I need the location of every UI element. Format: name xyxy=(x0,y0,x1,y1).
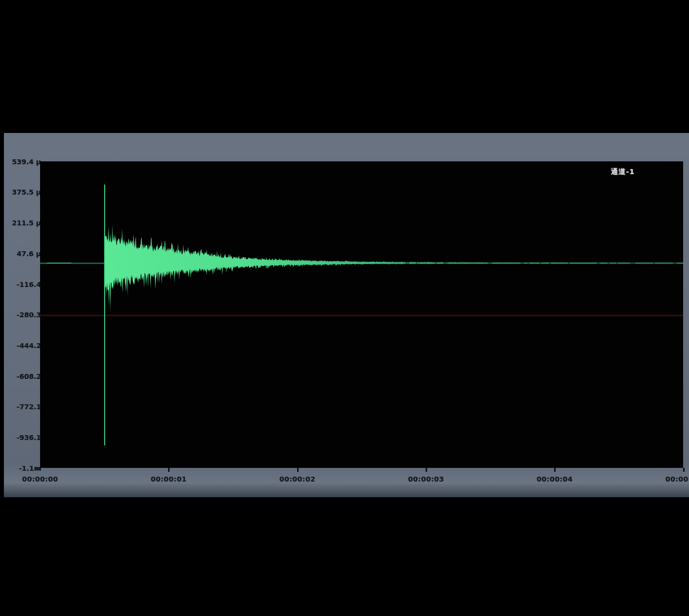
x-axis-tick-label: 00:00:01 xyxy=(134,475,203,483)
y-axis-tick-label: 539.4 µ xyxy=(4,158,41,167)
y-axis-tick-label: -936.1 xyxy=(4,434,41,442)
channel-label: 通道-1 xyxy=(611,167,655,176)
x-axis-tick-label: 00:00:02 xyxy=(263,475,332,483)
y-axis-tick-label: 375.5 µ xyxy=(4,188,41,197)
x-axis-tick-label: 00:00:00 xyxy=(6,475,74,483)
waveform-canvas[interactable] xyxy=(40,161,683,468)
x-axis-tick xyxy=(683,468,685,472)
y-axis-tick-label: -444.2 xyxy=(4,342,41,351)
y-axis-tick-label: -280.3 xyxy=(4,311,41,320)
y-axis-tick-label: 211.5 µ xyxy=(4,219,41,228)
x-axis-tick xyxy=(554,468,556,472)
x-axis-tick-label: 00:00:03 xyxy=(392,475,460,483)
x-axis-tick xyxy=(168,468,170,472)
x-axis-tick-label: 00:00:05 xyxy=(649,475,689,483)
y-axis-tick-label: -116.4 xyxy=(4,281,41,289)
x-axis-tick-label: 00:00:04 xyxy=(520,475,589,483)
x-axis-tick xyxy=(426,468,427,472)
y-axis-tick-label: -772.1 xyxy=(4,403,41,412)
waveform-panel: 539.4 µ375.5 µ211.5 µ47.6 µ-116.4-280.3-… xyxy=(4,133,689,497)
x-axis-tick xyxy=(297,468,299,472)
y-axis-tick-label: 47.6 µ xyxy=(4,250,41,259)
screen: { "chart_data": { "type": "area", "title… xyxy=(0,0,689,616)
y-axis-corner-tick xyxy=(35,468,41,470)
y-axis-tick-label: -608.2 xyxy=(4,373,41,381)
waveform-plot[interactable]: 通道-1 xyxy=(40,161,683,468)
